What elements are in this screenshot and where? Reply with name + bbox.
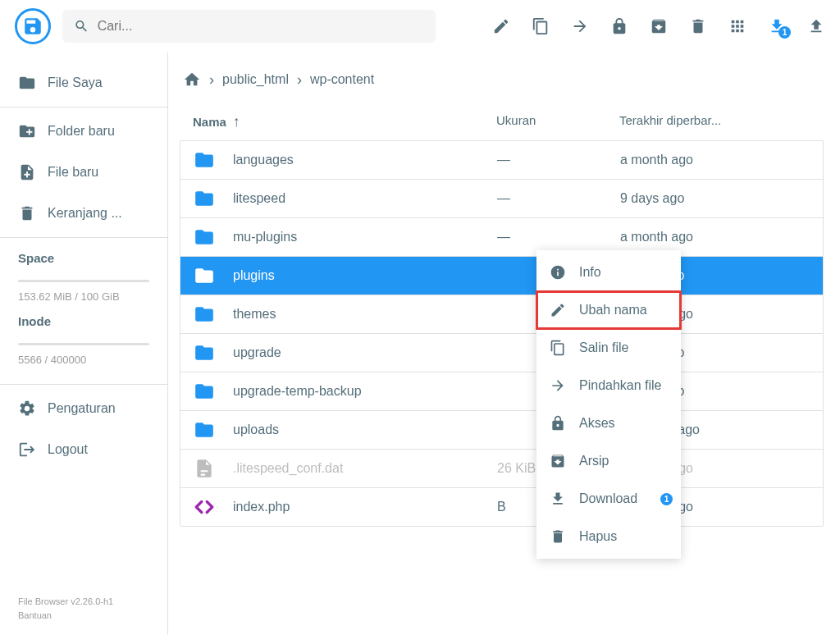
app-logo[interactable] bbox=[15, 8, 51, 44]
archive-icon bbox=[650, 17, 668, 35]
menu-icon bbox=[550, 377, 566, 394]
file-name: upgrade-temp-backup bbox=[233, 384, 497, 399]
column-header-date[interactable]: Terakhir diperbar... bbox=[619, 113, 810, 130]
gear-icon bbox=[18, 400, 36, 418]
chevron-right-icon: › bbox=[297, 71, 302, 89]
file-date: 9 days ago bbox=[620, 191, 810, 206]
sidebar-item-label: Folder baru bbox=[48, 124, 115, 139]
sidebar-divider bbox=[0, 107, 167, 107]
copy-icon bbox=[532, 17, 550, 35]
context-menu: InfoUbah namaSalin filePindahkan fileAks… bbox=[536, 250, 681, 559]
access-button[interactable] bbox=[610, 17, 628, 35]
menu-label: Akses bbox=[579, 416, 615, 431]
file-name: .litespeed_conf.dat bbox=[233, 461, 497, 476]
menu-item-salin-file[interactable]: Salin file bbox=[536, 329, 681, 367]
view-grid-button[interactable] bbox=[728, 17, 746, 35]
inode-stat: 5566 / 400000 bbox=[18, 354, 149, 366]
upload-button[interactable] bbox=[807, 17, 825, 35]
sidebar-item-trash[interactable]: Keranjang ... bbox=[0, 193, 167, 234]
menu-icon bbox=[550, 491, 566, 507]
space-section: Space 153.62 MiB / 100 GiB Inode 5566 / … bbox=[0, 241, 167, 381]
folder-icon bbox=[194, 342, 215, 363]
file-row[interactable]: litespeed—9 days ago bbox=[180, 180, 823, 218]
menu-item-pindahkan-file[interactable]: Pindahkan file bbox=[536, 367, 681, 404]
space-title: Space bbox=[18, 251, 149, 265]
file-plus-icon bbox=[18, 163, 36, 181]
file-date: a month ago bbox=[620, 153, 810, 167]
sidebar-item-newfolder[interactable]: Folder baru bbox=[0, 111, 167, 152]
menu-item-arsip[interactable]: Arsip bbox=[536, 442, 681, 480]
folder-icon bbox=[194, 419, 215, 441]
sidebar: File Saya Folder baru File baru Keranjan… bbox=[0, 53, 168, 635]
menu-item-ubah-nama[interactable]: Ubah nama bbox=[536, 291, 681, 329]
menu-icon bbox=[550, 340, 566, 356]
move-button[interactable] bbox=[571, 17, 589, 35]
sidebar-item-newfile[interactable]: File baru bbox=[0, 152, 167, 193]
menu-item-download[interactable]: Download1 bbox=[536, 480, 681, 518]
search-input[interactable] bbox=[98, 19, 424, 34]
file-row[interactable]: .litespeed_conf.dat26 KiBa month ago bbox=[180, 450, 823, 488]
folder-icon bbox=[194, 226, 215, 248]
footer-help[interactable]: Bantuan bbox=[18, 609, 149, 624]
menu-label: Salin file bbox=[579, 340, 628, 355]
file-name: themes bbox=[233, 307, 497, 322]
copy-button[interactable] bbox=[532, 17, 550, 35]
delete-button[interactable] bbox=[689, 17, 707, 35]
menu-label: Arsip bbox=[579, 454, 609, 468]
footer-version: File Browser v2.26.0-h1 bbox=[18, 595, 149, 610]
main-content: › public_html › wp-content Nama ↑ Ukuran… bbox=[168, 53, 840, 635]
folder-icon bbox=[194, 381, 215, 402]
sidebar-item-logout[interactable]: Logout bbox=[0, 429, 167, 470]
file-size: — bbox=[497, 153, 620, 167]
code-icon bbox=[194, 496, 215, 518]
breadcrumb: › public_html › wp-content bbox=[180, 64, 824, 103]
edit-button[interactable] bbox=[492, 17, 510, 35]
file-name: index.php bbox=[233, 500, 497, 514]
inode-title: Inode bbox=[18, 314, 149, 328]
file-row[interactable]: upgrade-temp-backup6 days ago bbox=[180, 372, 823, 411]
sidebar-item-label: File baru bbox=[48, 165, 98, 180]
menu-label: Download bbox=[579, 491, 637, 506]
upload-icon bbox=[807, 17, 825, 35]
file-row[interactable]: plugins9 days ago bbox=[180, 257, 823, 295]
column-header-name[interactable]: Nama ↑ bbox=[193, 113, 496, 130]
file-row[interactable]: uploads4 months ago bbox=[180, 411, 823, 450]
sidebar-item-settings[interactable]: Pengaturan bbox=[0, 388, 167, 429]
toolbar: 1 bbox=[492, 17, 825, 35]
column-header-size[interactable]: Ukuran bbox=[496, 113, 619, 130]
file-size: — bbox=[497, 230, 620, 244]
sidebar-footer: File Browser v2.26.0-h1 Bantuan bbox=[0, 587, 167, 635]
lock-icon bbox=[610, 17, 628, 35]
file-row[interactable]: languages—a month ago bbox=[180, 141, 823, 180]
file-row[interactable]: themesa month ago bbox=[180, 295, 823, 334]
menu-item-hapus[interactable]: Hapus bbox=[536, 518, 681, 555]
menu-icon bbox=[550, 264, 566, 281]
file-row[interactable]: index.phpBa month ago bbox=[180, 488, 823, 526]
menu-item-akses[interactable]: Akses bbox=[536, 404, 681, 442]
grid-icon bbox=[728, 17, 746, 35]
sidebar-item-myfiles[interactable]: File Saya bbox=[0, 62, 167, 103]
menu-item-info[interactable]: Info bbox=[536, 254, 681, 291]
home-icon[interactable] bbox=[183, 71, 201, 89]
folder-icon bbox=[194, 304, 215, 325]
arrow-right-icon bbox=[571, 17, 589, 35]
inode-progress bbox=[18, 343, 149, 345]
file-row[interactable]: upgrade8 days ago bbox=[180, 334, 823, 372]
folder-icon bbox=[18, 74, 36, 92]
breadcrumb-item[interactable]: wp-content bbox=[310, 72, 374, 87]
folder-icon bbox=[194, 188, 215, 209]
download-button[interactable]: 1 bbox=[768, 17, 786, 35]
sidebar-divider bbox=[0, 384, 167, 385]
file-name: litespeed bbox=[233, 191, 497, 206]
menu-label: Hapus bbox=[579, 529, 617, 544]
file-icon bbox=[194, 458, 215, 479]
file-name: mu-plugins bbox=[233, 230, 497, 244]
pencil-icon bbox=[492, 17, 510, 35]
search-box[interactable] bbox=[62, 10, 436, 43]
file-list: languages—a month agolitespeed—9 days ag… bbox=[180, 140, 824, 527]
archive-button[interactable] bbox=[650, 17, 668, 35]
file-row[interactable]: mu-plugins—a month ago bbox=[180, 218, 823, 257]
space-progress bbox=[18, 280, 149, 282]
search-icon bbox=[74, 18, 89, 34]
breadcrumb-item[interactable]: public_html bbox=[222, 72, 289, 87]
